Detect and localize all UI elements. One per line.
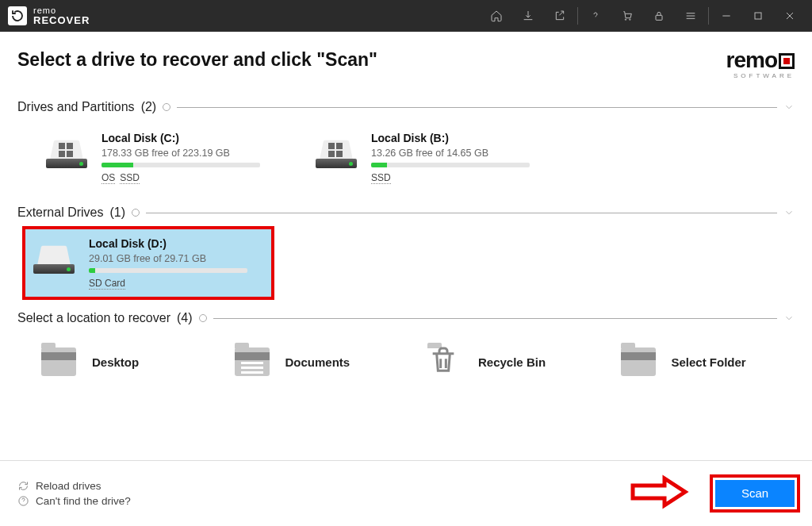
section-external-header[interactable]: External Drives (1) (17, 205, 795, 220)
section-bullet-icon (132, 209, 140, 217)
hard-drive-icon (33, 242, 75, 274)
app-logo-icon (8, 6, 27, 25)
section-drives-header[interactable]: Drives and Partitions (2) (17, 100, 795, 114)
external-row: Local Disk (D:) 29.01 GB free of 29.71 G… (17, 229, 795, 297)
drive-usage-bar (371, 163, 530, 167)
menu-icon[interactable] (675, 0, 707, 32)
folder-icon (41, 347, 76, 376)
annotation-arrow-icon (628, 474, 691, 513)
location-label: Recycle Bin (478, 355, 546, 369)
location-label: Desktop (92, 355, 139, 369)
drives-row: Local Disk (C:) 178.33 GB free of 223.19… (17, 124, 795, 191)
drive-b[interactable]: Local Disk (B:) 13.26 GB free of 14.65 G… (308, 124, 553, 191)
main-pane: Select a drive to recover and click "Sca… (0, 32, 812, 460)
location-label: Documents (285, 355, 350, 369)
cart-icon[interactable] (611, 0, 643, 32)
page-title: Select a drive to recover and click "Sca… (17, 49, 377, 71)
chevron-down-icon (783, 207, 795, 218)
location-select-folder[interactable]: Select Folder (618, 343, 795, 381)
chevron-down-icon (783, 102, 795, 113)
section-drives-label: Drives and Partitions (17, 100, 135, 114)
brand-logo: remo SOFTWARE (726, 49, 795, 79)
svg-rect-1 (755, 13, 761, 19)
reload-drives-link[interactable]: Reload drives (17, 480, 131, 492)
section-locations-label: Select a location to recover (17, 311, 170, 325)
section-drives-count: (2) (141, 100, 157, 114)
drive-d-selected[interactable]: Local Disk (D:) 29.01 GB free of 29.71 G… (25, 229, 271, 297)
drive-tags: SSD (371, 172, 530, 183)
location-label: Select Folder (672, 355, 746, 369)
section-bullet-icon (163, 103, 170, 111)
section-external-count: (1) (109, 205, 125, 220)
cant-find-drive-link[interactable]: Can't find the drive? (17, 495, 131, 507)
location-recycle-bin[interactable]: Recycle Bin (424, 343, 602, 381)
location-desktop[interactable]: Desktop (38, 343, 216, 381)
trash-icon (427, 347, 462, 376)
drive-c[interactable]: Local Disk (C:) 178.33 GB free of 223.19… (38, 124, 284, 191)
drive-tags: SD Card (89, 278, 247, 289)
section-external-label: External Drives (17, 205, 103, 220)
section-locations-header[interactable]: Select a location to recover (4) (17, 311, 795, 325)
documents-icon (235, 347, 270, 376)
help-circle-icon (17, 495, 29, 507)
hard-drive-icon (46, 136, 87, 168)
drive-tags: OSSSD (102, 172, 260, 183)
drive-usage-bar (102, 163, 260, 167)
folder-icon (621, 347, 656, 376)
home-icon[interactable] (481, 0, 512, 32)
section-bullet-icon (199, 314, 207, 322)
maximize-icon[interactable] (742, 0, 774, 32)
close-icon[interactable] (774, 0, 806, 32)
drive-name: Local Disk (C:) (102, 132, 260, 144)
minimize-icon[interactable] (710, 0, 742, 32)
hard-drive-icon (316, 136, 357, 168)
svg-rect-0 (656, 15, 662, 20)
app-logo: remo RECOVER (8, 6, 90, 26)
drive-free-text: 178.33 GB free of 223.19 GB (102, 148, 260, 159)
drive-free-text: 29.01 GB free of 29.71 GB (89, 253, 247, 264)
locations-row: Desktop Documents Recycle Bin Select Fol… (17, 343, 795, 381)
titlebar: remo RECOVER (0, 0, 812, 32)
app-logo-text: remo RECOVER (33, 6, 90, 26)
export-icon[interactable] (544, 0, 576, 32)
reload-icon (17, 480, 29, 492)
drive-name: Local Disk (D:) (89, 237, 247, 250)
section-locations-count: (4) (177, 311, 193, 325)
drive-usage-bar (89, 268, 247, 273)
footer: Reload drives Can't find the drive? Scan (0, 460, 812, 525)
chevron-down-icon (783, 313, 795, 324)
drive-free-text: 13.26 GB free of 14.65 GB (371, 148, 530, 159)
help-icon[interactable] (580, 0, 611, 32)
scan-button[interactable]: Scan (715, 480, 795, 507)
location-documents[interactable]: Documents (232, 343, 409, 381)
download-icon[interactable] (512, 0, 544, 32)
drive-name: Local Disk (B:) (371, 132, 530, 144)
lock-icon[interactable] (643, 0, 675, 32)
